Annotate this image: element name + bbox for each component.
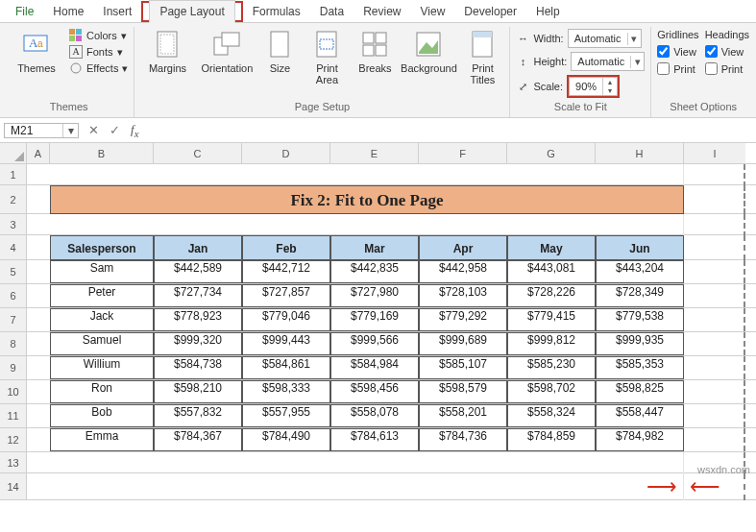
header-cell[interactable]: Salesperson [50, 235, 154, 260]
header-cell[interactable]: May [507, 235, 596, 260]
data-cell[interactable]: Peter [50, 284, 154, 307]
cell[interactable] [27, 260, 50, 283]
data-cell[interactable]: $784,613 [330, 428, 419, 451]
effects-button[interactable]: Effects ▾ [69, 61, 128, 75]
data-cell[interactable]: $598,456 [330, 380, 419, 403]
data-cell[interactable]: Samuel [50, 332, 154, 355]
printtitles-button[interactable]: Print Titles [461, 29, 503, 85]
checkbox[interactable] [657, 45, 670, 58]
select-all-corner[interactable] [0, 143, 27, 163]
tab-insert[interactable]: Insert [93, 1, 141, 22]
row-header[interactable]: 7 [0, 308, 27, 331]
data-cell[interactable]: $558,324 [507, 404, 596, 427]
width-combo[interactable]: Automatic▾ [568, 29, 642, 48]
tab-view[interactable]: View [411, 1, 455, 22]
data-cell[interactable]: $999,443 [242, 332, 330, 355]
cell[interactable] [684, 235, 745, 260]
row-header[interactable]: 11 [0, 404, 27, 427]
row-header[interactable]: 3 [0, 214, 27, 234]
data-cell[interactable]: $999,935 [596, 332, 684, 355]
data-cell[interactable]: $557,832 [154, 404, 242, 427]
printarea-button[interactable]: Print Area [305, 29, 348, 85]
data-cell[interactable]: Willium [50, 356, 154, 379]
data-cell[interactable]: $784,982 [596, 428, 684, 451]
cell[interactable] [684, 214, 745, 237]
data-cell[interactable]: $585,353 [596, 356, 684, 379]
row-header[interactable]: 4 [0, 235, 27, 259]
data-cell[interactable]: $999,566 [330, 332, 419, 355]
data-cell[interactable]: $784,367 [154, 428, 242, 451]
cell[interactable] [684, 260, 745, 283]
orientation-button[interactable]: Orientation [200, 29, 254, 74]
cell[interactable] [684, 284, 745, 307]
gridlines-print-check[interactable]: Print [657, 62, 698, 75]
col-header[interactable]: F [419, 143, 507, 163]
col-header[interactable]: B [50, 143, 154, 163]
cell[interactable] [684, 356, 745, 379]
spin-down-icon[interactable]: ▾ [603, 86, 617, 95]
tab-review[interactable]: Review [354, 1, 410, 22]
spin-up-icon[interactable]: ▴ [603, 78, 617, 86]
data-cell[interactable]: $598,702 [507, 380, 596, 403]
tab-data[interactable]: Data [310, 1, 354, 22]
data-cell[interactable]: $779,169 [330, 308, 419, 331]
row-header[interactable]: 14 [0, 473, 27, 499]
data-cell[interactable]: $584,984 [330, 356, 419, 379]
data-cell[interactable]: $779,415 [507, 308, 596, 331]
data-cell[interactable]: Jack [50, 308, 154, 331]
data-cell[interactable]: $598,210 [154, 380, 242, 403]
row-header[interactable]: 2 [0, 185, 27, 213]
data-cell[interactable]: Emma [50, 428, 154, 451]
row-header[interactable]: 1 [0, 164, 27, 184]
cell[interactable] [684, 332, 745, 355]
data-cell[interactable]: $584,738 [154, 356, 242, 379]
cell[interactable] [50, 473, 596, 500]
data-cell[interactable]: $598,825 [596, 380, 684, 403]
cell[interactable] [27, 428, 50, 451]
checkbox[interactable] [657, 62, 670, 75]
header-cell[interactable]: Jan [154, 235, 242, 260]
col-header[interactable]: D [242, 143, 330, 163]
data-cell[interactable]: Ron [50, 380, 154, 403]
tab-formulas[interactable]: Formulas [243, 1, 310, 22]
cell[interactable] [27, 308, 50, 331]
header-cell[interactable]: Jun [596, 235, 684, 260]
height-combo[interactable]: Automatic▾ [571, 52, 645, 71]
data-cell[interactable]: $778,923 [154, 308, 242, 331]
data-cell[interactable]: $727,734 [154, 284, 242, 307]
cell[interactable] [684, 404, 745, 427]
title-cell[interactable]: Fix 2: Fit to One Page [50, 185, 684, 214]
col-header[interactable]: I [684, 143, 745, 163]
data-cell[interactable]: $558,078 [330, 404, 419, 427]
cell[interactable] [50, 452, 684, 475]
data-cell[interactable]: $443,081 [507, 260, 596, 283]
header-cell[interactable]: Apr [419, 235, 507, 260]
cell[interactable] [684, 164, 745, 187]
cancel-button[interactable]: ✕ [83, 123, 104, 137]
col-header[interactable]: E [330, 143, 419, 163]
cell[interactable] [27, 356, 50, 379]
row-header[interactable]: 10 [0, 380, 27, 403]
name-box[interactable]: M21▾ [4, 123, 79, 138]
checkbox[interactable] [705, 45, 718, 58]
cell[interactable] [27, 452, 50, 475]
themes-button[interactable]: Aa Themes [10, 29, 63, 74]
fonts-button[interactable]: AFonts ▾ [69, 45, 128, 59]
data-cell[interactable]: $999,689 [419, 332, 507, 355]
breaks-button[interactable]: Breaks [354, 29, 396, 74]
data-cell[interactable]: $558,447 [596, 404, 684, 427]
cell[interactable] [27, 214, 50, 237]
margins-button[interactable]: Margins [140, 29, 194, 74]
data-cell[interactable]: Sam [50, 260, 154, 283]
data-cell[interactable]: $784,736 [419, 428, 507, 451]
row-header[interactable]: 9 [0, 356, 27, 379]
headings-view-check[interactable]: View [705, 45, 749, 58]
row-header[interactable]: 5 [0, 260, 27, 283]
data-cell[interactable]: $443,204 [596, 260, 684, 283]
col-header[interactable]: G [507, 143, 596, 163]
data-cell[interactable]: $727,980 [330, 284, 419, 307]
tab-pagelayout[interactable]: Page Layout [149, 0, 234, 23]
headings-print-check[interactable]: Print [705, 62, 749, 75]
cell[interactable] [27, 473, 50, 500]
data-cell[interactable]: $728,349 [596, 284, 684, 307]
